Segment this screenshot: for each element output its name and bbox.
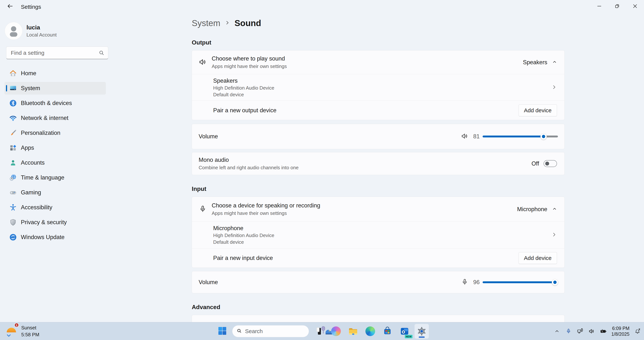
paintbrush-icon bbox=[9, 129, 17, 137]
weather-time: 5:58 PM bbox=[21, 332, 39, 338]
sidebar-item-bluetooth-devices[interactable]: Bluetooth & devices bbox=[4, 97, 106, 109]
mono-audio-toggle[interactable] bbox=[544, 160, 557, 167]
microsoft-store-icon[interactable] bbox=[380, 324, 395, 339]
breadcrumb-system[interactable]: System bbox=[192, 18, 220, 28]
tray-microphone-in-use-icon[interactable] bbox=[565, 328, 572, 335]
tray-battery-charging-icon[interactable] bbox=[600, 328, 606, 335]
user-account-type: Local Account bbox=[26, 32, 57, 38]
input-volume-slider[interactable] bbox=[483, 279, 558, 286]
microphone-icon bbox=[199, 205, 207, 214]
add-output-device-button[interactable]: Add device bbox=[518, 104, 557, 116]
sidebar-item-windows-update[interactable]: Windows Update bbox=[4, 231, 106, 244]
sidebar-item-label: Time & language bbox=[21, 174, 64, 181]
sidebar-item-system[interactable]: System bbox=[4, 82, 106, 95]
sidebar-nav: Home System Bluetooth & devices Network … bbox=[4, 67, 106, 244]
accounts-icon bbox=[9, 159, 17, 167]
copilot-icon[interactable] bbox=[329, 324, 343, 339]
input-device-value: Microphone bbox=[517, 206, 547, 213]
sidebar-item-label: System bbox=[21, 85, 40, 92]
search-icon bbox=[236, 328, 242, 335]
pair-input-label: Pair a new input device bbox=[213, 255, 273, 261]
close-icon bbox=[632, 3, 638, 9]
sidebar-item-accounts[interactable]: Accounts bbox=[4, 156, 106, 169]
user-account[interactable]: lucia Local Account bbox=[5, 20, 106, 42]
slider-thumb[interactable] bbox=[552, 279, 558, 286]
windows-logo-icon bbox=[218, 327, 227, 336]
person-icon bbox=[5, 22, 22, 40]
add-input-device-button[interactable]: Add device bbox=[518, 252, 557, 264]
sidebar-item-privacy-security[interactable]: Privacy & security bbox=[4, 216, 106, 229]
sidebar-item-home[interactable]: Home bbox=[4, 67, 106, 80]
microphone-icon[interactable] bbox=[461, 278, 468, 286]
system-icon bbox=[9, 84, 17, 92]
chevron-up-icon bbox=[552, 207, 557, 212]
notification-bell-dnd-icon[interactable] bbox=[634, 328, 641, 335]
edge-icon[interactable] bbox=[363, 324, 378, 339]
weather-widget[interactable]: 1 Sunset 5:58 PM bbox=[5, 324, 39, 339]
choose-input-title: Choose a device for speaking or recordin… bbox=[212, 202, 320, 209]
mono-audio-card: Mono audio Combine left and right audio … bbox=[192, 152, 564, 175]
clock[interactable]: 6:09 PM 1/8/2025 bbox=[612, 326, 630, 337]
device-status: Default device bbox=[213, 92, 274, 98]
main-content: System Sound Output Choose where to play… bbox=[192, 13, 564, 326]
output-volume-label: Volume bbox=[199, 133, 218, 140]
pair-output-row: Pair a new output device Add device bbox=[192, 100, 564, 120]
slider-thumb[interactable] bbox=[540, 133, 547, 140]
input-device-dropdown[interactable]: Microphone bbox=[517, 206, 557, 213]
speakers-device-row[interactable]: Speakers High Definition Audio Device De… bbox=[192, 74, 564, 100]
sidebar-item-label: Apps bbox=[21, 144, 34, 151]
sidebar-item-gaming[interactable]: Gaming bbox=[4, 186, 106, 199]
outlook-new-icon[interactable]: NEW bbox=[397, 324, 412, 339]
tray-chevron-up-icon[interactable] bbox=[554, 328, 560, 335]
tray-date: 1/8/2025 bbox=[612, 331, 630, 337]
settings-icon-active[interactable] bbox=[414, 324, 429, 339]
sidebar-item-label: Home bbox=[21, 70, 36, 77]
restore-button[interactable] bbox=[608, 0, 626, 12]
pair-output-label: Pair a new output device bbox=[213, 107, 276, 114]
sidebar-item-accessibility[interactable]: Accessibility bbox=[4, 201, 106, 214]
chevron-down-icon bbox=[7, 334, 11, 338]
choose-output-row[interactable]: Choose where to play sound Apps might ha… bbox=[192, 50, 564, 74]
sidebar-item-time-language[interactable]: Time & language bbox=[4, 171, 106, 184]
shield-icon bbox=[9, 218, 17, 226]
breadcrumb: System Sound bbox=[192, 17, 564, 29]
output-device-value: Speakers bbox=[523, 59, 547, 66]
minimize-button[interactable] bbox=[590, 0, 608, 12]
settings-window: Settings lucia Local Account bbox=[0, 0, 644, 340]
breadcrumb-separator-icon bbox=[225, 20, 230, 26]
start-button[interactable] bbox=[215, 324, 230, 339]
sidebar-item-apps[interactable]: Apps bbox=[4, 141, 106, 154]
sidebar-item-personalization[interactable]: Personalization bbox=[4, 127, 106, 139]
system-tray: 6:09 PM 1/8/2025 bbox=[554, 322, 641, 340]
taskbar-search-input[interactable] bbox=[245, 328, 317, 335]
sidebar-item-label: Bluetooth & devices bbox=[21, 100, 72, 106]
device-description: High Definition Audio Device bbox=[213, 233, 274, 238]
back-arrow-icon bbox=[7, 3, 14, 10]
advanced-section-header: Advanced bbox=[192, 304, 564, 311]
find-a-setting-box bbox=[6, 46, 108, 59]
tray-time: 6:09 PM bbox=[612, 326, 630, 331]
device-name: Speakers bbox=[213, 77, 274, 84]
close-button[interactable] bbox=[626, 0, 644, 12]
choose-input-row[interactable]: Choose a device for speaking or recordin… bbox=[192, 197, 564, 222]
file-explorer-icon[interactable] bbox=[346, 324, 360, 339]
sidebar-item-label: Gaming bbox=[21, 189, 41, 196]
mono-audio-subtitle: Combine left and right audio channels in… bbox=[199, 165, 298, 171]
sun-icon bbox=[5, 331, 18, 335]
find-a-setting-input[interactable] bbox=[6, 47, 108, 59]
choose-output-subtitle: Apps might have their own settings bbox=[212, 63, 287, 69]
back-button[interactable] bbox=[5, 2, 15, 10]
restore-icon bbox=[614, 3, 620, 9]
sidebar-item-label: Privacy & security bbox=[21, 219, 67, 226]
tray-network-icon[interactable] bbox=[577, 328, 584, 335]
output-device-dropdown[interactable]: Speakers bbox=[523, 59, 557, 66]
sidebar-item-network-internet[interactable]: Network & internet bbox=[4, 112, 106, 124]
black-white-squares-app-icon[interactable] bbox=[312, 324, 326, 339]
speaker-icon[interactable] bbox=[461, 132, 468, 141]
microphone-device-row[interactable]: Microphone High Definition Audio Device … bbox=[192, 222, 564, 248]
chevron-right-icon bbox=[552, 84, 557, 91]
taskbar-search-box[interactable] bbox=[232, 325, 309, 337]
tray-speaker-icon[interactable] bbox=[588, 328, 595, 335]
output-volume-slider[interactable] bbox=[483, 133, 558, 140]
sidebar: lucia Local Account Home System Bluetoot… bbox=[4, 13, 106, 244]
